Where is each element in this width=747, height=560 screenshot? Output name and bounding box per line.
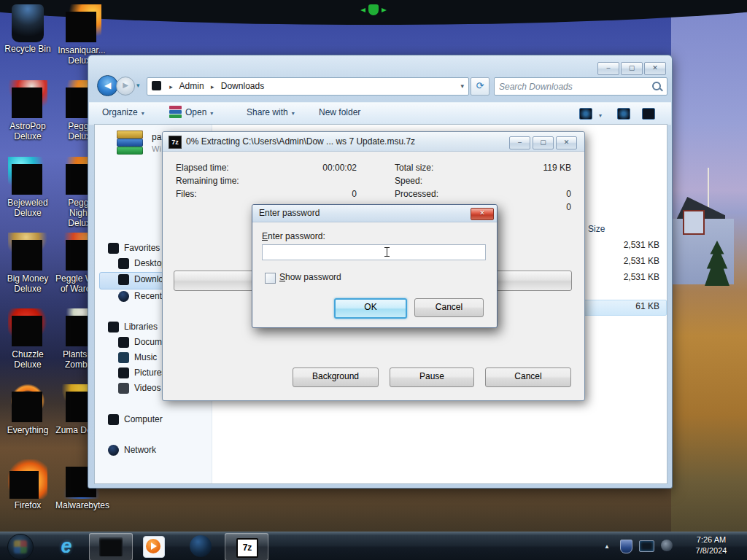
cancel-button[interactable]: Cancel	[485, 368, 571, 387]
clock-time: 7:26 AM	[680, 534, 743, 545]
cancel-button[interactable]: Cancel	[414, 298, 484, 317]
size-column-header[interactable]: Size	[588, 224, 605, 234]
change-view-button[interactable]	[579, 108, 592, 120]
desktop-icon-everything[interactable]: Everything	[1, 384, 54, 435]
windows-flag-icon	[14, 540, 27, 553]
taskbar-clock[interactable]: 7:26 AM 7/8/2024	[680, 534, 743, 556]
network-icon	[108, 445, 119, 456]
view-dropdown-icon[interactable]: ▾	[595, 109, 602, 120]
refresh-button[interactable]: ⟳	[471, 77, 489, 96]
pause-button[interactable]: Pause	[390, 368, 474, 387]
breadcrumb-admin[interactable]: Admin	[179, 81, 204, 91]
libraries-icon	[108, 322, 119, 332]
show-password-checkbox[interactable]	[265, 273, 276, 284]
background-button[interactable]: Background	[293, 368, 379, 387]
preview-pane-button[interactable]	[617, 108, 630, 120]
file-size-cell[interactable]: 2,531 KB	[579, 256, 659, 266]
display-icon[interactable]	[639, 540, 654, 552]
redaction-box	[12, 392, 42, 422]
new-folder-button[interactable]: New folder	[319, 107, 360, 117]
desktop-icon-big-money[interactable]: Big MoneyDeluxe	[1, 233, 54, 294]
file-name[interactable]: pa	[152, 132, 161, 142]
winrar-archive-icon[interactable]	[117, 131, 143, 154]
maximize-button[interactable]: ▢	[533, 136, 554, 149]
desktop-icon-astropop[interactable]: AstroPopDeluxe	[1, 80, 54, 141]
show-hidden-icons-chevron[interactable]: ▲	[604, 543, 610, 550]
internet-explorer-taskbar-icon[interactable]: e	[55, 535, 77, 557]
redaction-box	[12, 164, 42, 195]
password-input[interactable]	[264, 246, 484, 259]
desktop-icon	[118, 258, 129, 269]
explorer-taskbar-button[interactable]	[89, 533, 133, 560]
open-menu[interactable]: Open▾	[185, 107, 213, 117]
desktop-icon-recycle-bin[interactable]: Recycle Bin	[1, 4, 54, 54]
browser-globe-taskbar-icon[interactable]	[190, 535, 212, 557]
recorder-center-mark	[368, 4, 379, 15]
recycle-bin-icon	[12, 4, 44, 42]
favorites-icon	[108, 243, 119, 254]
file-type: Wi	[152, 144, 161, 153]
sevenzip-taskbar-button[interactable]: 7z	[225, 533, 268, 560]
ok-button[interactable]: OK	[334, 298, 407, 319]
videos-icon	[118, 383, 129, 394]
enter-password-dialog: Enter password ✕ Enter password: Show pa…	[252, 204, 498, 328]
network-icon[interactable]	[661, 540, 673, 551]
bejeweled-icon	[8, 157, 47, 196]
chevron-down-icon: ▾	[138, 110, 144, 117]
forward-button[interactable]: ▶	[116, 77, 135, 96]
dialog-title: Enter password	[259, 208, 320, 218]
files-label: Files:	[176, 189, 197, 199]
back-button[interactable]: ◀	[97, 75, 118, 96]
desktop-icon-firefox[interactable]: Firefox	[1, 459, 54, 510]
start-button[interactable]	[7, 534, 34, 560]
password-input-box	[262, 244, 486, 260]
big-money-icon	[8, 233, 47, 272]
minimize-button[interactable]: –	[509, 136, 530, 149]
file-size-cell[interactable]: 2,531 KB	[579, 272, 659, 282]
elapsed-time-value: 00:00:02	[276, 163, 357, 173]
close-button[interactable]: ✕	[556, 136, 577, 149]
breadcrumb-separator-icon: ▸	[165, 83, 177, 90]
sidebar-item-computer[interactable]: Computer	[95, 413, 212, 427]
help-button[interactable]	[642, 108, 655, 120]
recent-pages-dropdown-icon[interactable]: ▾	[136, 82, 140, 89]
desktop-icon-chuzzle[interactable]: ChuzzleDeluxe	[1, 308, 54, 370]
search-input[interactable]	[498, 79, 646, 94]
media-player-taskbar-icon[interactable]	[143, 536, 165, 558]
organize-menu[interactable]: Organize▾	[102, 107, 144, 117]
archive-belt	[117, 131, 143, 139]
file-size-cell[interactable]: 61 KB	[579, 301, 659, 311]
address-bar[interactable]: ▸ Admin ▸ Downloads ▾	[147, 77, 469, 96]
share-with-menu[interactable]: Share with▾	[247, 107, 295, 117]
play-icon	[151, 542, 157, 550]
taskbar: e 7z ▲ 7:26 AM 7/8/2024	[0, 532, 747, 560]
action-center-shield-icon[interactable]	[620, 540, 632, 553]
address-dropdown-icon[interactable]: ▾	[460, 82, 464, 90]
recorder-left-mark	[360, 8, 365, 12]
close-button[interactable]: ✕	[471, 208, 494, 220]
total-size-value: 119 KB	[491, 163, 571, 173]
desktop-icon-bejeweled[interactable]: BejeweledDeluxe	[1, 157, 54, 218]
search-box	[494, 77, 667, 96]
chuzzle-icon	[8, 308, 47, 348]
processed-label: Processed:	[395, 189, 438, 199]
redaction-box	[66, 12, 96, 42]
winrar-archive-icon	[169, 106, 182, 118]
breadcrumb-downloads[interactable]: Downloads	[221, 81, 264, 91]
redaction-box	[12, 316, 42, 346]
text-cursor	[384, 247, 390, 257]
redaction-box	[12, 88, 42, 118]
recorder-right-mark	[382, 8, 387, 12]
recent-places-icon	[118, 291, 129, 302]
show-password-label: Show password	[279, 272, 341, 282]
dialog-title: 0% Extracting C:\Users\Admin\Dow ... ws …	[186, 136, 415, 147]
file-size-cell[interactable]: 2,531 KB	[579, 240, 659, 250]
total-size-label: Total size:	[395, 163, 433, 173]
firefox-icon	[8, 459, 47, 499]
sidebar-item-network[interactable]: Network	[95, 443, 212, 458]
music-icon	[118, 352, 129, 363]
redaction-box	[9, 471, 39, 499]
downloads-icon	[118, 274, 129, 285]
search-icon[interactable]	[652, 82, 661, 90]
processed-value: 0	[491, 189, 571, 199]
